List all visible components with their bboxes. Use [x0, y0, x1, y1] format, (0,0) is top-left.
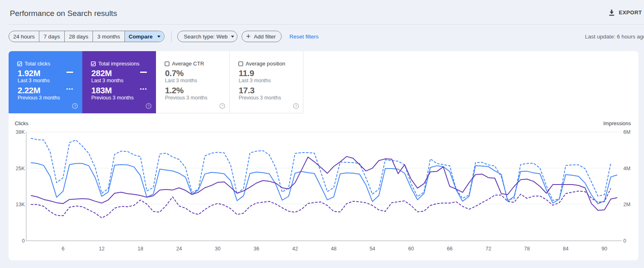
svg-text:Clicks: Clicks — [15, 121, 28, 126]
svg-text:12: 12 — [99, 246, 105, 252]
svg-text:60: 60 — [408, 246, 414, 252]
svg-text:?: ? — [148, 104, 150, 108]
svg-text:38K: 38K — [16, 129, 25, 135]
svg-text:?: ? — [221, 104, 224, 108]
svg-text:36: 36 — [253, 246, 259, 252]
svg-text:6: 6 — [62, 246, 65, 252]
svg-text:?: ? — [74, 104, 76, 108]
svg-text:42: 42 — [292, 246, 298, 252]
svg-text:6M: 6M — [624, 129, 630, 135]
svg-text:0: 0 — [22, 238, 25, 244]
svg-text:?: ? — [295, 104, 297, 108]
svg-text:78: 78 — [524, 246, 530, 252]
svg-text:Impressions: Impressions — [603, 121, 631, 126]
svg-text:30: 30 — [215, 246, 221, 252]
svg-text:66: 66 — [447, 246, 452, 252]
svg-text:84: 84 — [563, 246, 569, 252]
svg-text:54: 54 — [370, 246, 375, 252]
svg-text:24: 24 — [176, 246, 182, 252]
svg-text:0: 0 — [624, 238, 626, 244]
svg-text:90: 90 — [601, 246, 607, 252]
svg-text:13K: 13K — [16, 202, 25, 207]
svg-text:72: 72 — [486, 246, 491, 252]
svg-text:18: 18 — [138, 246, 143, 252]
svg-text:25K: 25K — [16, 166, 25, 171]
svg-text:48: 48 — [331, 246, 337, 252]
svg-text:2M: 2M — [624, 202, 630, 207]
svg-text:4M: 4M — [624, 166, 630, 171]
